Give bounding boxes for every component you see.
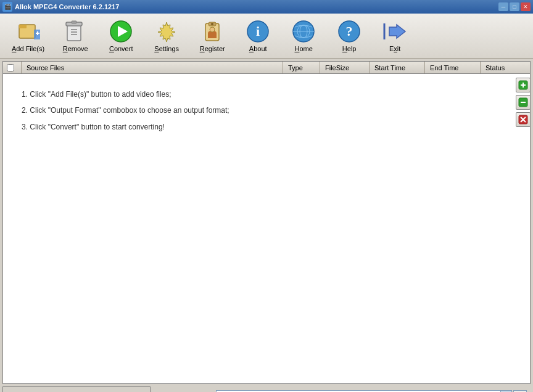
svg-point-16	[211, 23, 213, 25]
file-list-body: 1. Click "Add File(s)" button to add vid…	[3, 74, 530, 383]
header-status: Status	[481, 62, 530, 73]
register-icon	[200, 19, 225, 44]
file-list-area: Source Files Type FileSize Start Time En…	[2, 61, 531, 384]
bottom-area: http://www.alloksoft.com 00:00:00.0 ▶ ⏸ …	[2, 386, 531, 392]
settings-icon	[154, 19, 179, 44]
svg-text:?: ?	[346, 23, 353, 39]
remove-label: Remove	[63, 45, 88, 52]
add-files-label: Add File(s)	[12, 45, 44, 52]
settings-label: Settings	[154, 45, 179, 52]
header-checkbox-col	[3, 62, 22, 73]
clear-right-button[interactable]	[516, 112, 531, 127]
convert-label: Convert	[109, 45, 133, 52]
add-files-button[interactable]: Add File(s)	[5, 16, 51, 55]
header-filesize: FileSize	[320, 62, 370, 73]
home-label: Home	[295, 45, 313, 52]
svg-text:i: i	[256, 23, 260, 39]
instruction-2: 2. Click "Output Format" combobox to cho…	[22, 102, 511, 118]
add-files-icon	[16, 19, 41, 44]
close-button[interactable]: ✕	[521, 2, 531, 11]
svg-marker-26	[389, 25, 405, 38]
header-end-time: End Time	[425, 62, 481, 73]
window-title: Allok MPEG4 Converter 6.2.1217	[15, 3, 119, 10]
svg-rect-7	[72, 21, 76, 23]
select-all-checkbox[interactable]	[7, 64, 14, 71]
exit-button[interactable]: Exit	[373, 16, 416, 55]
header-source: Source Files	[22, 62, 283, 73]
remove-icon	[63, 19, 88, 44]
svg-rect-1	[19, 25, 27, 28]
maximize-button[interactable]: □	[510, 2, 519, 11]
right-side-buttons	[516, 78, 531, 127]
convert-icon	[109, 19, 133, 44]
header-start-time: Start Time	[370, 62, 425, 73]
help-icon: ?	[337, 19, 362, 44]
home-button[interactable]: Home	[282, 16, 325, 55]
title-bar-buttons: ─ □ ✕	[498, 2, 531, 11]
about-button[interactable]: i About	[236, 16, 279, 55]
file-list-header: Source Files Type FileSize Start Time En…	[3, 62, 530, 74]
help-label: Help	[342, 45, 357, 52]
main-content: Source Files Type FileSize Start Time En…	[0, 59, 533, 386]
remove-right-button[interactable]	[516, 95, 531, 110]
remove-button[interactable]: Remove	[54, 16, 97, 55]
register-label: Register	[200, 45, 225, 52]
about-label: About	[249, 45, 267, 52]
register-button[interactable]: Register	[191, 16, 234, 55]
app-icon: 🎬	[2, 2, 12, 12]
add-right-button[interactable]	[516, 78, 531, 92]
title-bar: 🎬 Allok MPEG4 Converter 6.2.1217 ─ □ ✕	[0, 0, 533, 14]
help-button[interactable]: ? Help	[328, 16, 371, 55]
instruction-1: 1. Click "Add File(s)" button to add vid…	[22, 86, 511, 102]
header-type: Type	[283, 62, 320, 73]
svg-point-17	[210, 27, 215, 32]
home-icon	[291, 19, 316, 44]
svg-rect-5	[67, 25, 81, 41]
preview-panel: http://www.alloksoft.com 00:00:00.0 ▶ ⏸ …	[2, 386, 151, 392]
convert-button[interactable]: Convert	[99, 16, 143, 55]
settings-panel: Output Folder: ▼ ▶ Output Format: MP4 - …	[153, 386, 531, 392]
about-icon: i	[246, 19, 270, 44]
exit-label: Exit	[389, 45, 400, 52]
minimize-button[interactable]: ─	[498, 2, 508, 11]
instruction-3: 3. Click "Convert" button to start conve…	[22, 119, 511, 135]
exit-icon	[382, 19, 407, 44]
toolbar: Add File(s) Remove	[0, 14, 533, 59]
settings-button[interactable]: Settings	[145, 16, 188, 55]
